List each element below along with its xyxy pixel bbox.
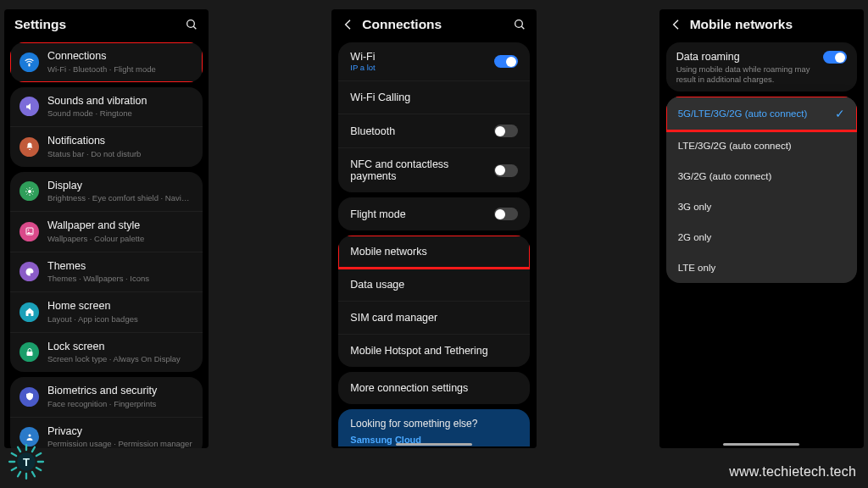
svg-point-15 (28, 434, 31, 436)
option-label: LTE/3G/2G (auto connect) (678, 141, 845, 151)
row-label: Notifications (47, 135, 193, 148)
network-mode-option[interactable]: 3G/2G (auto connect) (666, 161, 857, 191)
row-subtitle: Face recognition · Fingerprints (47, 399, 193, 409)
row-label: More connection settings (350, 382, 517, 394)
watermark: www.techietech.tech (729, 464, 856, 480)
row-label: Display (47, 180, 193, 193)
network-mode-option[interactable]: LTE only (666, 252, 857, 283)
svg-point-16 (515, 20, 522, 28)
roaming-title: Data roaming (676, 51, 815, 63)
connection-row[interactable]: Wi-FiIP a lot (338, 42, 529, 80)
svg-line-17 (521, 26, 524, 29)
svg-line-9 (31, 193, 32, 194)
header: Connections (331, 9, 536, 37)
settings-row[interactable]: ThemesThemes · Wallpapers · Icons (10, 252, 203, 292)
option-label: 3G/2G (auto connect) (678, 171, 845, 181)
row-label: Wi-Fi (350, 51, 485, 63)
settings-row[interactable]: Wallpaper and styleWallpapers · Colour p… (10, 211, 203, 252)
connection-row[interactable]: Data usage (338, 268, 529, 301)
option-label: 3G only (678, 202, 845, 212)
svg-text:T: T (23, 456, 30, 469)
connection-row[interactable]: More connection settings (338, 372, 529, 404)
toggle[interactable] (494, 55, 518, 68)
nav-handle[interactable] (723, 443, 799, 446)
row-label: Flight mode (350, 208, 485, 220)
network-mode-option[interactable]: LTE/3G/2G (auto connect) (666, 130, 857, 161)
option-label: 5G/LTE/3G/2G (auto connect) (678, 108, 835, 119)
row-label: Connections (47, 50, 193, 64)
page-title: Mobile networks (690, 17, 854, 32)
row-label: Lock screen (47, 341, 193, 354)
row-label: Themes (47, 260, 193, 274)
svg-line-1 (194, 26, 197, 29)
row-label: Mobile Hotspot and Tethering (350, 345, 517, 357)
row-label: Privacy (47, 425, 193, 439)
lock-icon (19, 342, 39, 362)
screen-settings: Settings ConnectionsWi-Fi · Bluetooth · … (4, 9, 209, 448)
palette-icon (19, 262, 39, 281)
settings-row[interactable]: ConnectionsWi-Fi · Bluetooth · Flight mo… (10, 42, 203, 82)
connection-row[interactable]: NFC and contactless payments (338, 147, 529, 192)
row-subtitle: Permission usage · Permission manager (47, 439, 193, 448)
settings-row[interactable]: Lock screenScreen lock type · Always On … (10, 332, 203, 373)
screen-connections: Connections Wi-FiIP a lotWi-Fi CallingBl… (331, 9, 536, 448)
row-label: Home screen (47, 300, 193, 313)
svg-line-22 (36, 468, 41, 470)
toggle[interactable] (494, 164, 518, 177)
back-icon[interactable] (670, 18, 683, 31)
svg-line-8 (26, 188, 27, 189)
svg-line-25 (18, 472, 20, 476)
option-label: 2G only (678, 232, 845, 242)
row-subtitle: Wi-Fi · Bluetooth · Flight mode (47, 64, 193, 75)
connection-row[interactable]: Mobile Hotspot and Tethering (338, 334, 529, 367)
back-icon[interactable] (342, 18, 355, 31)
nav-handle[interactable] (396, 443, 472, 446)
connection-row[interactable]: Bluetooth (338, 114, 529, 147)
home-icon (19, 302, 39, 322)
search-icon[interactable] (185, 18, 198, 31)
row-label: Sounds and vibration (47, 95, 193, 108)
svg-line-19 (32, 447, 35, 452)
toggle[interactable] (494, 125, 518, 137)
svg-point-2 (29, 64, 30, 65)
roaming-subtitle: Using mobile data while roaming may resu… (676, 64, 815, 85)
data-roaming-card[interactable]: Data roaming Using mobile data while roa… (666, 42, 857, 92)
svg-point-3 (28, 190, 31, 193)
row-subtitle: Screen lock type · Always On Display (47, 354, 193, 364)
wallpaper-icon (19, 222, 39, 241)
row-subtitle: Wallpapers · Colour palette (47, 234, 193, 244)
network-mode-option[interactable]: 5G/LTE/3G/2G (auto connect)✓ (666, 97, 857, 130)
network-mode-dropdown: 5G/LTE/3G/2G (auto connect)✓LTE/3G/2G (a… (666, 97, 857, 283)
connection-row[interactable]: SIM card manager (338, 301, 529, 334)
sound-icon (19, 97, 39, 116)
svg-line-28 (12, 453, 16, 456)
row-label: NFC and contactless payments (350, 158, 485, 182)
row-subtitle: Sound mode · Ringtone (47, 108, 193, 119)
svg-point-0 (187, 20, 195, 28)
settings-row[interactable]: Home screenLayout · App icon badges (10, 291, 203, 332)
roaming-toggle[interactable] (823, 51, 847, 64)
connection-row[interactable]: Mobile networks (338, 236, 529, 268)
option-label: LTE only (678, 263, 845, 273)
row-label: SIM card manager (350, 312, 517, 324)
network-mode-option[interactable]: 3G only (666, 191, 857, 222)
promo-question: Looking for something else? (350, 418, 517, 430)
settings-row[interactable]: Sounds and vibrationSound mode · Rington… (10, 87, 203, 127)
settings-row[interactable]: Biometrics and securityFace recognition … (10, 377, 203, 417)
connection-row[interactable]: Flight mode (338, 197, 529, 230)
page-title: Connections (362, 17, 505, 32)
row-label: Mobile networks (350, 246, 517, 258)
header: Mobile networks (659, 9, 864, 37)
header: Settings (4, 9, 209, 37)
promo-card[interactable]: Looking for something else? Samsung Clou… (338, 409, 529, 446)
row-subtitle: Brightness · Eye comfort shield · Naviga… (47, 193, 193, 203)
search-icon[interactable] (513, 18, 526, 31)
svg-line-26 (12, 468, 16, 470)
toggle[interactable] (494, 208, 518, 220)
settings-row[interactable]: NotificationsStatus bar · Do not disturb (10, 126, 203, 167)
connection-row[interactable]: Wi-Fi Calling (338, 80, 529, 114)
network-mode-option[interactable]: 2G only (666, 222, 857, 252)
row-subtitle: Layout · App icon badges (47, 314, 193, 324)
svg-line-29 (18, 447, 20, 452)
settings-row[interactable]: DisplayBrightness · Eye comfort shield ·… (10, 172, 203, 212)
